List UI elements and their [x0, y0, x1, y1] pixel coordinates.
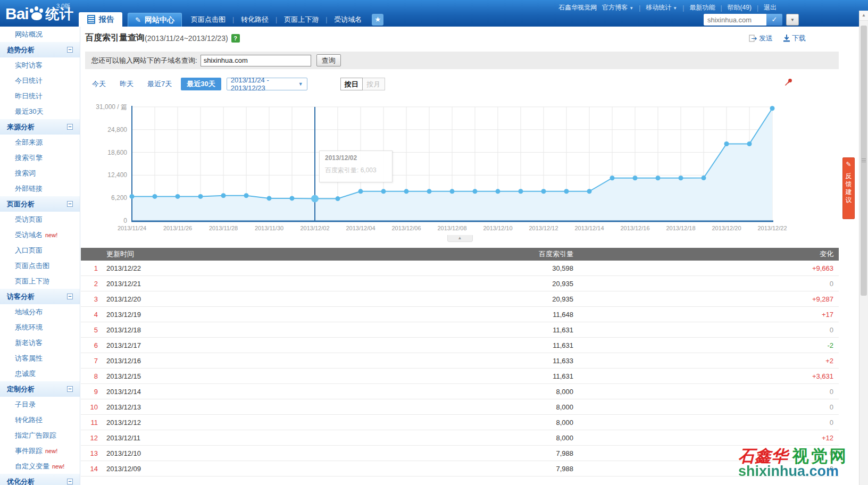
collapse-minus-icon[interactable] — [67, 124, 73, 130]
pin-icon[interactable] — [784, 78, 793, 86]
chart-collapse-button[interactable] — [447, 235, 473, 242]
sidebar-item-事件跟踪[interactable]: 事件跟踪new! — [0, 443, 80, 458]
vertical-scrollbar[interactable]: ▲ — [859, 11, 868, 485]
by-day-button[interactable]: 按日 — [340, 78, 363, 90]
subdomain-input[interactable] — [201, 55, 311, 66]
domain-confirm-button[interactable]: ✓ — [766, 14, 782, 26]
top-menu-item[interactable]: 页面点击图 — [184, 15, 232, 24]
sidebar-item-自定义变量[interactable]: 自定义变量new! — [0, 458, 80, 474]
data-point[interactable] — [153, 194, 157, 199]
sidebar-item-页面上下游[interactable]: 页面上下游 — [0, 273, 80, 289]
data-point[interactable] — [176, 194, 180, 199]
data-point[interactable] — [427, 189, 432, 194]
scrollbar-up-arrow[interactable]: ▲ — [859, 11, 868, 21]
data-point[interactable] — [656, 175, 661, 180]
domain-dropdown-button[interactable]: ▼ — [786, 14, 799, 26]
filter-today[interactable]: 今天 — [85, 79, 113, 89]
data-point[interactable] — [770, 106, 775, 111]
collapse-minus-icon[interactable] — [67, 386, 73, 392]
data-point[interactable] — [198, 194, 203, 199]
data-point[interactable] — [564, 189, 569, 194]
row-index-value: 11,648 — [213, 311, 573, 319]
data-point[interactable] — [473, 189, 478, 194]
top-link[interactable]: 帮助(49) — [728, 3, 752, 12]
data-point[interactable] — [702, 175, 706, 180]
data-point[interactable] — [404, 189, 409, 194]
top-link[interactable]: 移动统计▼ — [646, 3, 677, 12]
sidebar-item-转化路径[interactable]: 转化路径 — [0, 412, 80, 428]
top-menu-item[interactable]: 转化路径 — [234, 15, 276, 24]
sidebar-item-忠诚度[interactable]: 忠诚度 — [0, 366, 80, 381]
filter-last7days[interactable]: 最近7天 — [140, 79, 179, 89]
data-point[interactable] — [221, 193, 226, 198]
data-point[interactable] — [358, 189, 363, 194]
sidebar-item-入口页面[interactable]: 入口页面 — [0, 242, 80, 258]
send-button[interactable]: 发送 — [749, 34, 773, 43]
data-point[interactable] — [450, 189, 455, 194]
data-point[interactable] — [381, 189, 386, 194]
sidebar-section-页面分析[interactable]: 页面分析 — [0, 196, 80, 212]
sidebar-item-页面点击图[interactable]: 页面点击图 — [0, 258, 80, 273]
data-point[interactable] — [724, 141, 729, 146]
sidebar-section-访客分析[interactable]: 访客分析 — [0, 289, 80, 304]
data-point[interactable] — [679, 175, 683, 180]
top-menu-item[interactable]: 页面上下游 — [277, 15, 326, 24]
data-point[interactable] — [496, 189, 500, 194]
sidebar-item-搜索引擎[interactable]: 搜索引擎 — [0, 150, 80, 165]
sidebar-item-子目录[interactable]: 子目录 — [0, 397, 80, 412]
filter-last30days-active[interactable]: 最近30天 — [181, 78, 221, 90]
domain-input[interactable] — [704, 14, 766, 26]
filter-yesterday[interactable]: 昨天 — [113, 79, 140, 89]
data-point[interactable] — [633, 175, 638, 180]
help-icon[interactable] — [231, 34, 240, 43]
data-point[interactable] — [267, 196, 272, 200]
data-point[interactable] — [541, 189, 546, 194]
sidebar-item-实时访客[interactable]: 实时访客 — [0, 57, 80, 73]
data-point[interactable] — [336, 196, 340, 201]
sidebar-section-定制分析[interactable]: 定制分析 — [0, 381, 80, 397]
sidebar-section-趋势分析[interactable]: 趋势分析 — [0, 42, 80, 57]
sidebar-item-地域分布[interactable]: 地域分布 — [0, 304, 80, 320]
data-point[interactable] — [244, 193, 249, 198]
data-point[interactable] — [610, 175, 615, 180]
query-button[interactable]: 查询 — [316, 54, 341, 66]
sidebar-section-优化分析[interactable]: 优化分析 — [0, 474, 80, 485]
data-point[interactable] — [747, 141, 752, 146]
tab-site-center[interactable]: ✎ 网站中心 — [128, 13, 182, 27]
collapse-minus-icon[interactable] — [67, 479, 73, 484]
collapse-minus-icon[interactable] — [67, 201, 73, 207]
top-link[interactable]: 石鑫华视觉网 — [558, 3, 597, 12]
top-link[interactable]: 退出 — [764, 3, 777, 12]
data-point[interactable] — [290, 196, 295, 200]
favorite-star-icon[interactable]: ★ — [372, 14, 383, 26]
scrollbar-thumb[interactable] — [861, 26, 867, 296]
collapse-minus-icon[interactable] — [67, 294, 73, 299]
sidebar-item-新老访客[interactable]: 新老访客 — [0, 335, 80, 350]
data-point[interactable] — [587, 189, 592, 194]
collapse-minus-icon[interactable] — [67, 47, 73, 53]
data-point[interactable] — [130, 194, 135, 199]
top-link[interactable]: 最新功能 — [689, 3, 715, 12]
sidebar-section-来源分析[interactable]: 来源分析 — [0, 119, 80, 135]
data-point[interactable] — [311, 195, 319, 203]
tab-report[interactable]: 报告 — [79, 12, 122, 27]
download-button[interactable]: 下载 — [783, 34, 806, 43]
top-menu-item[interactable]: 受访域名 — [327, 15, 369, 24]
sidebar-item-指定广告跟踪[interactable]: 指定广告跟踪 — [0, 428, 80, 443]
sidebar-item-网站概况[interactable]: 网站概况 — [0, 27, 80, 42]
feedback-button[interactable]: ✎ 反馈建议 — [842, 157, 855, 219]
sidebar-item-今日统计[interactable]: 今日统计 — [0, 73, 80, 88]
sidebar-item-受访页面[interactable]: 受访页面 — [0, 212, 80, 227]
sidebar-item-受访域名[interactable]: 受访域名new! — [0, 227, 80, 242]
by-month-button[interactable]: 按月 — [363, 78, 385, 90]
sidebar-item-全部来源[interactable]: 全部来源 — [0, 135, 80, 150]
top-link[interactable]: 官方博客▼ — [602, 3, 633, 12]
sidebar-item-最近30天[interactable]: 最近30天 — [0, 104, 80, 119]
sidebar-item-搜索词[interactable]: 搜索词 — [0, 165, 80, 181]
date-range-select[interactable]: 2013/11/24 - 2013/12/23 ▼ — [227, 78, 307, 90]
sidebar-item-系统环境[interactable]: 系统环境 — [0, 320, 80, 335]
sidebar-item-访客属性[interactable]: 访客属性 — [0, 350, 80, 366]
sidebar-item-外部链接[interactable]: 外部链接 — [0, 181, 80, 196]
data-point[interactable] — [519, 189, 523, 194]
sidebar-item-昨日统计[interactable]: 昨日统计 — [0, 88, 80, 104]
